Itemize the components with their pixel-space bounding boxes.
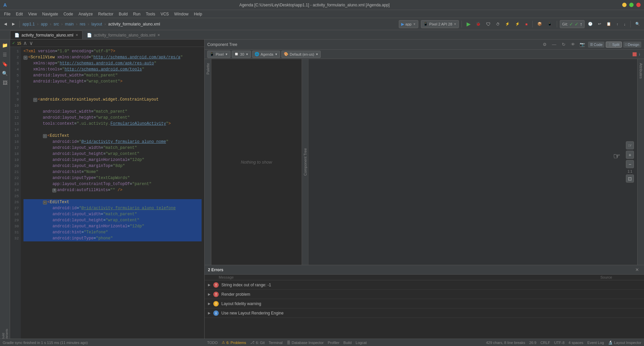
- indent[interactable]: 4 spaces: [569, 341, 583, 345]
- search-everywhere-button[interactable]: 🔍: [633, 20, 642, 28]
- minimize-button[interactable]: —: [622, 3, 627, 7]
- bc-src[interactable]: src: [54, 22, 59, 26]
- ct-live-btn[interactable]: 👁: [569, 41, 577, 48]
- debug-button[interactable]: 🐞: [474, 20, 483, 28]
- coverage-button[interactable]: 🛡: [484, 20, 493, 28]
- structure-icon[interactable]: ☰: [1, 50, 9, 59]
- palette-vert-label[interactable]: Palette: [206, 60, 210, 77]
- menu-navigate[interactable]: Navigate: [40, 11, 61, 17]
- expand-all-btn[interactable]: ∨: [29, 40, 33, 46]
- menu-tools[interactable]: Tools: [143, 11, 158, 17]
- find-icon[interactable]: 🔍: [1, 69, 9, 78]
- component-tree-vert-label[interactable]: Component Tree: [303, 148, 307, 176]
- time-machine-button[interactable]: 🕐: [586, 20, 595, 28]
- tab-close-2[interactable]: ✕: [157, 33, 160, 37]
- build-btn[interactable]: Build: [343, 341, 352, 345]
- ct-settings-btn[interactable]: ⚙: [541, 41, 548, 48]
- errors-panel: 2 Errors ✕ Message Source ▶ ! String ind…: [205, 265, 644, 339]
- ct-capture-btn[interactable]: 📷: [579, 41, 586, 48]
- git-status-btn[interactable]: ⎇ 6: Git: [250, 340, 265, 345]
- commit-button[interactable]: 📋: [604, 20, 613, 28]
- tab-close-1[interactable]: ✕: [75, 33, 78, 37]
- terminal-btn[interactable]: Terminal: [269, 341, 283, 345]
- expand-icon-2: ▶: [208, 292, 211, 296]
- push-button[interactable]: ↑: [614, 20, 621, 28]
- expand-icon-1: ▶: [208, 283, 211, 287]
- tab-formulario-aluno[interactable]: 📄 activity_formulario_aluno.xml ✕: [10, 31, 83, 39]
- pixel-dropdown[interactable]: 📱 Pixel ▼: [207, 51, 230, 58]
- zoom-fit-btn[interactable]: ⊡: [626, 175, 634, 183]
- menu-window[interactable]: Window: [171, 11, 191, 17]
- profiler-btn[interactable]: Profiler: [328, 341, 339, 345]
- db-inspector-btn[interactable]: 🗄 Database Inspector: [287, 341, 324, 345]
- error-row-3[interactable]: ▶ ! Layout fidelity warning: [205, 299, 644, 308]
- maximize-button[interactable]: □: [629, 3, 634, 7]
- errors-close-btn[interactable]: ✕: [633, 266, 641, 274]
- view-design-btn[interactable]: □ Design: [623, 42, 641, 48]
- logcat-btn[interactable]: Logcat: [356, 341, 367, 345]
- menu-help[interactable]: Help: [191, 11, 205, 17]
- resource-manager-icon[interactable]: 🖼: [1, 78, 9, 87]
- close-button[interactable]: ✕: [636, 3, 641, 7]
- app-logo-icon: A: [3, 2, 7, 8]
- avd-manager-button[interactable]: 📱: [545, 20, 554, 28]
- error-row-2[interactable]: ▶ ! Render problem: [205, 290, 644, 299]
- menu-edit[interactable]: Edit: [13, 11, 25, 17]
- profile-button[interactable]: ⏱: [494, 20, 502, 28]
- error-row-4[interactable]: ▶ i Use new Layout Rendering Engine: [205, 308, 644, 318]
- view-split-btn[interactable]: ⋮ Split: [606, 42, 622, 48]
- ct-refresh-btn[interactable]: ↻: [560, 41, 567, 48]
- menu-view[interactable]: View: [25, 11, 40, 17]
- tab-formulario-aluno-dois[interactable]: 📄 activity_formulario_aluno_dois.xml ✕: [83, 31, 164, 39]
- bookmarks-icon[interactable]: 🔖: [1, 60, 9, 68]
- collapse-all-btn[interactable]: ∧: [23, 40, 27, 46]
- list-icon: ☰: [590, 43, 593, 46]
- encoding[interactable]: UTF-8: [554, 341, 565, 345]
- bc-layout[interactable]: layout: [91, 22, 102, 26]
- project-icon[interactable]: 📁: [1, 41, 9, 50]
- stop-button[interactable]: ■: [523, 20, 530, 28]
- bc-app1[interactable]: app1.1: [22, 22, 35, 26]
- event-log-btn[interactable]: Event Log: [587, 341, 604, 345]
- menu-run[interactable]: Run: [130, 11, 143, 17]
- zoom-plus-btn[interactable]: +: [626, 151, 634, 159]
- attributes-toggle[interactable]: i: [638, 52, 641, 57]
- todo-btn[interactable]: TODO: [207, 341, 218, 345]
- pull-button[interactable]: ↓: [622, 20, 628, 28]
- problems-btn[interactable]: ⚠ 6: Problems: [222, 340, 246, 345]
- back-button[interactable]: ◀: [2, 20, 9, 28]
- layout-inspector-btn[interactable]: 🔬 Layout Inspector: [608, 340, 641, 345]
- run-button[interactable]: ▶: [465, 20, 473, 28]
- menu-analyze[interactable]: Analyze: [76, 11, 96, 17]
- zoom-minus-btn[interactable]: −: [626, 160, 634, 168]
- view-code-btn[interactable]: ☰ Code: [588, 42, 604, 48]
- ct-minimize-btn[interactable]: —: [550, 41, 558, 48]
- device-dropdown[interactable]: 📱 Pixel 2 API 28 ▼: [421, 20, 459, 28]
- sdk-manager-button[interactable]: 📦: [535, 20, 544, 28]
- menu-file[interactable]: File: [1, 11, 13, 17]
- zoom-cursor-btn[interactable]: ☞: [626, 141, 634, 150]
- error-row-1[interactable]: ▶ ! String index out of range: -1: [205, 280, 644, 290]
- main-area: 📁 ☰ 🔖 🔍 🖼 Build Variants ✓ 15 ∧ ∨ 12345 …: [0, 40, 644, 339]
- locale-dropdown[interactable]: 🌐 Agenda ▼: [252, 51, 280, 58]
- menu-code[interactable]: Code: [61, 11, 76, 17]
- bc-app[interactable]: app: [41, 22, 48, 26]
- run-config-dropdown[interactable]: ▶ app ▼: [399, 20, 418, 28]
- theme-dropdown[interactable]: 🎨 Default (en-us) ▼: [281, 51, 321, 58]
- apply-code-changes-button[interactable]: ⚡: [513, 20, 522, 28]
- code-line-4: xmlns:tools="http://schemas.android.com/…: [23, 66, 202, 72]
- apply-changes-button[interactable]: ⚡: [503, 20, 512, 28]
- line-endings[interactable]: CRLF: [540, 341, 550, 345]
- bc-main[interactable]: main: [65, 22, 74, 26]
- build-variants-icon[interactable]: Build Variants: [1, 330, 9, 339]
- git-dropdown[interactable]: Git: ✓ ✓ ↑: [560, 20, 585, 28]
- dpi-dropdown[interactable]: 🔲 30 ▼: [232, 51, 251, 58]
- code-lines[interactable]: <?xml version="1.0" encoding="utf-8"?> -…: [21, 47, 204, 339]
- menu-refactor[interactable]: Refactor: [96, 11, 116, 17]
- forward-button[interactable]: ▶: [10, 20, 17, 28]
- attributes-vert-label[interactable]: Attributes: [639, 60, 643, 81]
- menu-vcs[interactable]: VCS: [158, 11, 172, 17]
- menu-build[interactable]: Build: [116, 11, 130, 17]
- vcs-button[interactable]: ↩: [596, 20, 603, 28]
- bc-res[interactable]: res: [80, 22, 86, 26]
